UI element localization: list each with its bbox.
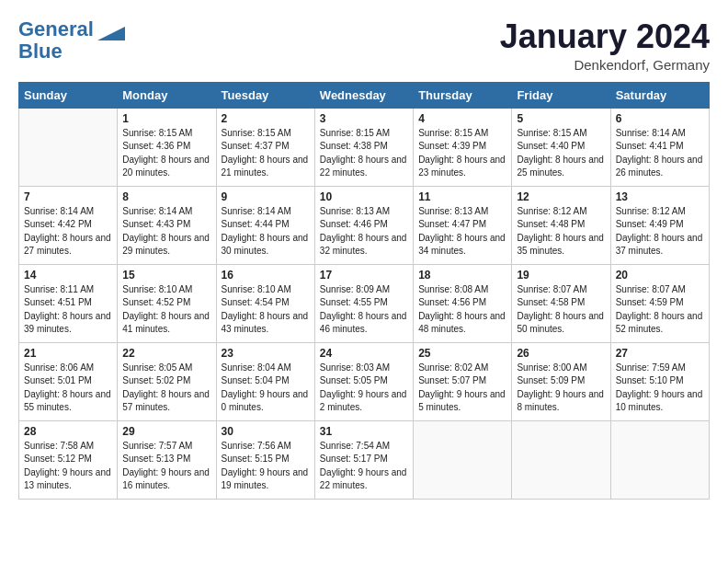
calendar-week-row: 28Sunrise: 7:58 AMSunset: 5:12 PMDayligh…: [19, 420, 710, 499]
day-info: Sunrise: 8:03 AMSunset: 5:05 PMDaylight:…: [320, 362, 408, 415]
day-number: 29: [122, 425, 210, 438]
day-number: 4: [418, 112, 506, 125]
day-info: Sunrise: 8:00 AMSunset: 5:09 PMDaylight:…: [517, 362, 605, 415]
weekday-header: Sunday: [19, 82, 118, 108]
day-info: Sunrise: 8:10 AMSunset: 4:54 PMDaylight:…: [222, 283, 310, 337]
day-info: Sunrise: 8:09 AMSunset: 4:55 PMDaylight:…: [320, 283, 408, 337]
calendar-cell: 1Sunrise: 8:15 AMSunset: 4:36 PMDaylight…: [118, 108, 216, 186]
day-info: Sunrise: 8:15 AMSunset: 4:37 PMDaylight:…: [222, 127, 310, 180]
day-number: 28: [24, 425, 112, 438]
day-number: 22: [122, 347, 210, 360]
day-number: 6: [616, 112, 704, 125]
day-info: Sunrise: 8:11 AMSunset: 4:51 PMDaylight:…: [24, 283, 112, 337]
calendar-cell: 7Sunrise: 8:14 AMSunset: 4:42 PMDaylight…: [19, 186, 118, 264]
calendar-cell: 21Sunrise: 8:06 AMSunset: 5:01 PMDayligh…: [19, 342, 118, 420]
day-info: Sunrise: 7:58 AMSunset: 5:12 PMDaylight:…: [24, 440, 112, 493]
day-number: 2: [222, 112, 310, 125]
logo: General Blue: [18, 18, 125, 63]
calendar-cell: 24Sunrise: 8:03 AMSunset: 5:05 PMDayligh…: [314, 342, 413, 420]
day-info: Sunrise: 8:10 AMSunset: 4:52 PMDaylight:…: [122, 283, 210, 337]
day-info: Sunrise: 7:54 AMSunset: 5:17 PMDaylight:…: [320, 440, 408, 493]
day-number: 5: [517, 112, 605, 125]
day-number: 9: [222, 190, 310, 203]
calendar-cell: 11Sunrise: 8:13 AMSunset: 4:47 PMDayligh…: [414, 186, 512, 264]
calendar-cell: 5Sunrise: 8:15 AMSunset: 4:40 PMDaylight…: [512, 108, 610, 186]
calendar-cell: [19, 108, 118, 186]
day-info: Sunrise: 8:12 AMSunset: 4:48 PMDaylight:…: [517, 205, 605, 259]
day-number: 14: [24, 269, 112, 282]
calendar-cell: 12Sunrise: 8:12 AMSunset: 4:48 PMDayligh…: [512, 186, 610, 264]
day-number: 27: [616, 347, 704, 360]
day-info: Sunrise: 8:08 AMSunset: 4:56 PMDaylight:…: [418, 283, 506, 337]
calendar-cell: 14Sunrise: 8:11 AMSunset: 4:51 PMDayligh…: [19, 264, 118, 342]
title-block: January 2024 Denkendorf, Germany: [500, 18, 710, 73]
logo-icon: [97, 22, 125, 50]
day-info: Sunrise: 8:13 AMSunset: 4:47 PMDaylight:…: [418, 205, 506, 259]
day-number: 15: [122, 269, 210, 282]
day-info: Sunrise: 8:05 AMSunset: 5:02 PMDaylight:…: [122, 362, 210, 415]
calendar-cell: 2Sunrise: 8:15 AMSunset: 4:37 PMDaylight…: [216, 108, 314, 186]
day-info: Sunrise: 8:14 AMSunset: 4:43 PMDaylight:…: [122, 205, 210, 259]
day-info: Sunrise: 8:14 AMSunset: 4:41 PMDaylight:…: [616, 127, 704, 180]
calendar-cell: 25Sunrise: 8:02 AMSunset: 5:07 PMDayligh…: [414, 342, 512, 420]
calendar-cell: 3Sunrise: 8:15 AMSunset: 4:38 PMDaylight…: [314, 108, 413, 186]
calendar-cell: 16Sunrise: 8:10 AMSunset: 4:54 PMDayligh…: [216, 264, 314, 342]
weekday-header: Thursday: [414, 82, 512, 108]
day-info: Sunrise: 8:15 AMSunset: 4:36 PMDaylight:…: [122, 127, 210, 180]
calendar-cell: [610, 420, 709, 499]
day-number: 11: [418, 190, 506, 203]
weekday-header: Tuesday: [216, 82, 314, 108]
day-number: 13: [616, 190, 704, 203]
day-number: 7: [24, 190, 112, 203]
day-info: Sunrise: 8:02 AMSunset: 5:07 PMDaylight:…: [418, 362, 506, 415]
location: Denkendorf, Germany: [500, 57, 710, 73]
calendar-cell: 15Sunrise: 8:10 AMSunset: 4:52 PMDayligh…: [118, 264, 216, 342]
day-number: 26: [517, 347, 605, 360]
day-number: 3: [320, 112, 408, 125]
calendar-cell: 13Sunrise: 8:12 AMSunset: 4:49 PMDayligh…: [610, 186, 709, 264]
day-number: 10: [320, 190, 408, 203]
weekday-header-row: SundayMondayTuesdayWednesdayThursdayFrid…: [19, 82, 710, 108]
day-number: 17: [320, 269, 408, 282]
svg-marker-0: [97, 27, 125, 40]
day-info: Sunrise: 8:15 AMSunset: 4:38 PMDaylight:…: [320, 127, 408, 180]
calendar-cell: 28Sunrise: 7:58 AMSunset: 5:12 PMDayligh…: [19, 420, 118, 499]
calendar-cell: 29Sunrise: 7:57 AMSunset: 5:13 PMDayligh…: [118, 420, 216, 499]
calendar-cell: 4Sunrise: 8:15 AMSunset: 4:39 PMDaylight…: [414, 108, 512, 186]
calendar-cell: 9Sunrise: 8:14 AMSunset: 4:44 PMDaylight…: [216, 186, 314, 264]
day-info: Sunrise: 7:57 AMSunset: 5:13 PMDaylight:…: [122, 440, 210, 493]
calendar-cell: 30Sunrise: 7:56 AMSunset: 5:15 PMDayligh…: [216, 420, 314, 499]
calendar-cell: 31Sunrise: 7:54 AMSunset: 5:17 PMDayligh…: [314, 420, 413, 499]
calendar-cell: 8Sunrise: 8:14 AMSunset: 4:43 PMDaylight…: [118, 186, 216, 264]
weekday-header: Monday: [118, 82, 216, 108]
calendar-week-row: 21Sunrise: 8:06 AMSunset: 5:01 PMDayligh…: [19, 342, 710, 420]
day-info: Sunrise: 8:13 AMSunset: 4:46 PMDaylight:…: [320, 205, 408, 259]
day-number: 19: [517, 269, 605, 282]
day-number: 21: [24, 347, 112, 360]
calendar-table: SundayMondayTuesdayWednesdayThursdayFrid…: [18, 82, 710, 500]
day-info: Sunrise: 8:14 AMSunset: 4:44 PMDaylight:…: [222, 205, 310, 259]
calendar-cell: 23Sunrise: 8:04 AMSunset: 5:04 PMDayligh…: [216, 342, 314, 420]
calendar-cell: 17Sunrise: 8:09 AMSunset: 4:55 PMDayligh…: [314, 264, 413, 342]
calendar-cell: [414, 420, 512, 499]
calendar-cell: 19Sunrise: 8:07 AMSunset: 4:58 PMDayligh…: [512, 264, 610, 342]
day-info: Sunrise: 8:12 AMSunset: 4:49 PMDaylight:…: [616, 205, 704, 259]
day-info: Sunrise: 8:06 AMSunset: 5:01 PMDaylight:…: [24, 362, 112, 415]
weekday-header: Friday: [512, 82, 610, 108]
day-number: 8: [122, 190, 210, 203]
day-info: Sunrise: 8:14 AMSunset: 4:42 PMDaylight:…: [24, 205, 112, 259]
calendar-cell: [512, 420, 610, 499]
calendar-cell: 22Sunrise: 8:05 AMSunset: 5:02 PMDayligh…: [118, 342, 216, 420]
day-number: 20: [616, 269, 704, 282]
day-number: 16: [222, 269, 310, 282]
day-number: 31: [320, 425, 408, 438]
calendar-cell: 27Sunrise: 7:59 AMSunset: 5:10 PMDayligh…: [610, 342, 709, 420]
weekday-header: Saturday: [610, 82, 709, 108]
day-number: 1: [122, 112, 210, 125]
page-header: General Blue January 2024 Denkendorf, Ge…: [18, 18, 710, 73]
day-number: 23: [222, 347, 310, 360]
day-number: 12: [517, 190, 605, 203]
calendar-cell: 26Sunrise: 8:00 AMSunset: 5:09 PMDayligh…: [512, 342, 610, 420]
day-number: 30: [222, 425, 310, 438]
month-title: January 2024: [500, 18, 710, 55]
